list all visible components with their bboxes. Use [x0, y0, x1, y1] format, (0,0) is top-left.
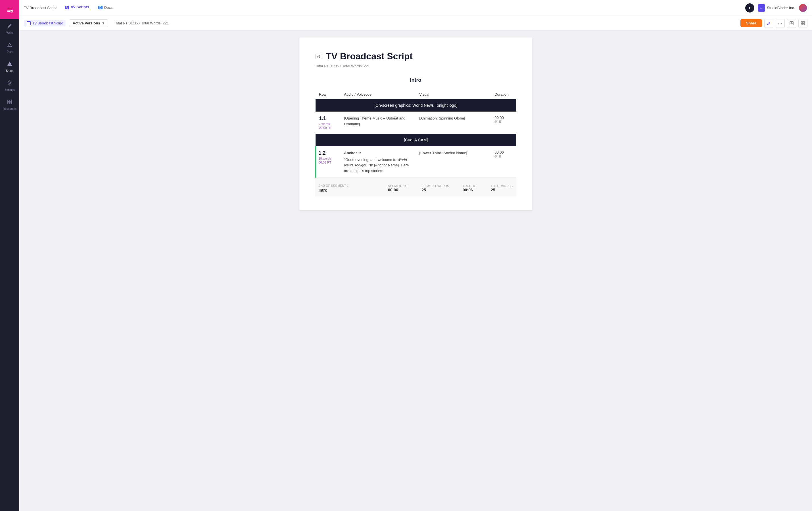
version-tag: v1 [315, 54, 323, 59]
company-name: StudioBinder Inc. [767, 6, 795, 10]
ellipsis-icon: ··· [778, 21, 782, 26]
col-header-duration: Duration [491, 90, 516, 99]
visual-text-1-2: [Lower Third: Anchor Name] [419, 151, 467, 155]
svg-marker-7 [749, 7, 751, 9]
edit-icon-btn[interactable] [764, 19, 773, 28]
sidebar-item-label: Settings [4, 88, 15, 91]
segment-stats: SEGMENT RT 00:06 SEGMENT WORDS 25 TOTAL … [388, 184, 513, 192]
section-title: Intro [315, 77, 516, 83]
toolbar: TV Broadcast Script Active Versions ▼ To… [19, 16, 812, 31]
tab-av-scripts-label: AV Scripts [71, 5, 89, 10]
svg-rect-13 [801, 24, 803, 25]
stat-total-words: TOTAL WORDS 25 [491, 184, 513, 192]
top-nav-right: StudioBinder Inc. [745, 3, 808, 12]
visual-cell-1-1: [Animation: Spinning Globe] [416, 112, 491, 134]
total-rt-label: TOTAL RT [463, 184, 477, 188]
play-button[interactable] [745, 3, 754, 12]
row-words: 7 words [319, 122, 337, 125]
row-rt-1-2: 00:06 RT [319, 161, 338, 164]
doc-subtitle: Total RT 01:35 • Total Words: 221 [315, 64, 516, 68]
sidebar-item-shoot[interactable]: Shoot [0, 57, 19, 77]
toolbar-right: Share ··· [741, 19, 808, 28]
sidebar-item-label: Resources [3, 107, 17, 111]
duration-cell-1-2: 00:06 0 [491, 146, 516, 178]
audio-cell-1-2: Anchor 1: "Good evening, and welcome to … [341, 146, 416, 178]
nav-title: TV Broadcast Script [24, 6, 57, 10]
docs-icon: D [98, 6, 103, 9]
more-options-btn[interactable]: ··· [776, 19, 785, 28]
table-row-1-1: 1.1 7 words 00:00 RT [Opening Theme Musi… [316, 112, 516, 134]
segment-rt-value: 00:06 [388, 188, 398, 192]
end-of-segment-label: END OF SEGMENT 1 [319, 184, 349, 187]
chevron-down-icon: ▼ [102, 22, 105, 25]
sidebar-item-resources[interactable]: Resources [0, 95, 19, 114]
doc-name: TV Broadcast Script [32, 21, 63, 25]
total-words-label: TOTAL WORDS [491, 184, 513, 188]
export-btn[interactable] [787, 19, 796, 28]
tab-docs[interactable]: D Docs [97, 0, 114, 16]
write-icon [7, 23, 12, 30]
attachment-icon-2 [494, 155, 498, 158]
audio-cell-1-1: [Opening Theme Music – Upbeat and Dramat… [341, 112, 416, 134]
sidebar-item-label: Plan [7, 50, 12, 53]
attachment-icon [494, 120, 498, 123]
doc-badge: TV Broadcast Script [24, 20, 66, 26]
segment-footer: END OF SEGMENT 1 Intro SEGMENT RT 00:06 … [319, 184, 513, 192]
doc-title: TV Broadcast Script [326, 51, 413, 62]
table-header: Row Audio / Voiceover Visual Duration [316, 90, 516, 99]
app-logo[interactable] [0, 0, 19, 19]
svg-rect-3 [8, 100, 9, 102]
audio-label: Anchor 1: [344, 150, 412, 156]
share-button[interactable]: Share [741, 19, 762, 27]
versions-label: Active Versions [73, 21, 100, 25]
sidebar-item-label: Shoot [6, 69, 13, 72]
segment-words-value: 25 [422, 188, 426, 192]
attachment-count: 0 [494, 120, 501, 124]
col-header-row: Row [316, 90, 341, 99]
table-row-1-2: 1.2 18 words 00:06 RT Anchor 1: "Good ev… [316, 146, 516, 178]
sb-logo [758, 4, 765, 12]
col-header-visual: Visual [416, 90, 491, 99]
top-nav: TV Broadcast Script A AV Scripts D Docs [19, 0, 812, 16]
document-container: v1 TV Broadcast Script Total RT 01:35 • … [299, 37, 532, 210]
segment-words-label: SEGMENT WORDS [422, 184, 449, 188]
banner-text-1: [On-screen graphics: World News Tonight … [316, 99, 516, 112]
av-table: Row Audio / Voiceover Visual Duration [315, 90, 516, 178]
total-rt-value: 00:06 [463, 188, 473, 192]
col-header-audio: Audio / Voiceover [341, 90, 416, 99]
italic-text: World News Tonight. [344, 157, 407, 168]
sidebar: Write Plan Shoot Settings [0, 0, 19, 511]
sidebar-item-write[interactable]: Write [0, 19, 19, 38]
banner-row-1: [On-screen graphics: World News Tonight … [316, 99, 516, 112]
tab-docs-label: Docs [104, 5, 113, 10]
row-words-1-2: 18 words [319, 157, 338, 160]
avatar[interactable] [799, 3, 808, 12]
svg-rect-4 [10, 100, 12, 102]
sidebar-item-label: Write [6, 31, 13, 34]
visual-text: [Animation: Spinning Globe] [419, 116, 465, 120]
total-words-value: 25 [491, 188, 495, 192]
svg-rect-6 [10, 102, 12, 104]
segment-info: END OF SEGMENT 1 Intro [319, 184, 349, 192]
tab-av-scripts[interactable]: A AV Scripts [64, 0, 90, 16]
visual-bold: Lower Third: [420, 151, 443, 155]
banner-text-2: [Cue: A CAM] [316, 134, 516, 147]
row-number-1-2: 1.2 [319, 150, 338, 156]
duration-cell-1-1: 00:00 0 [491, 112, 516, 134]
layout-btn[interactable] [799, 19, 808, 28]
doc-badge-icon [27, 21, 31, 25]
segment-name: Intro [319, 188, 349, 192]
total-rt-info: Total RT 01:35 • Total Words: 221 [114, 21, 169, 25]
row-number: 1.1 [319, 116, 337, 121]
banner-row-2: [Cue: A CAM] [316, 134, 516, 147]
stat-segment-words: SEGMENT WORDS 25 [422, 184, 449, 192]
settings-icon [7, 80, 12, 87]
audio-quote: "Good evening, and welcome to World News… [344, 157, 412, 174]
sidebar-item-settings[interactable]: Settings [0, 77, 19, 95]
versions-button[interactable]: Active Versions ▼ [69, 19, 109, 27]
row-number-cell: 1.1 7 words 00:00 RT [316, 112, 341, 134]
shoot-icon [7, 61, 12, 68]
stat-total-rt: TOTAL RT 00:06 [463, 184, 477, 192]
sidebar-item-plan[interactable]: Plan [0, 38, 19, 57]
main-wrapper: TV Broadcast Script A AV Scripts D Docs [19, 0, 812, 511]
